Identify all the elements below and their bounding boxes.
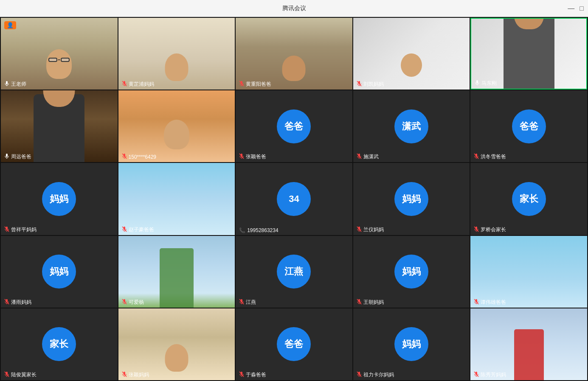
maximize-button[interactable]: □ [580,5,584,12]
mic-icon [239,299,244,306]
participant-name-bar: 施潇武 [353,151,470,162]
mic-icon [475,80,480,87]
participant-name-bar: 张颖妈妈 [118,370,235,380]
participant-cell[interactable]: 可爱杨 [118,236,235,308]
participant-name: 洪冬雪爸爸 [481,153,506,160]
participant-name: 周远爸爸 [11,153,31,160]
mic-icon: 📞 [239,227,245,233]
mic-icon [4,226,9,233]
mic-icon [122,153,127,160]
mic-icon [122,299,127,306]
participant-name: 江燕 [246,299,256,306]
participant-avatar: 妈妈 [42,182,76,216]
participant-cell[interactable]: 黄重阳爸爸 [236,18,352,90]
participant-name-bar: 周远爸爸 [1,151,118,162]
participant-cell[interactable]: 黄芷浦妈妈 [118,18,235,90]
mic-icon [474,371,479,378]
participant-name: 赵子豪爸爸 [129,226,154,233]
participant-name: 可爱杨 [129,299,144,306]
participant-cell[interactable]: 爸爸张颖爸爸 [236,90,352,162]
participant-cell[interactable]: 刘凯妈妈 [353,18,470,90]
participant-cell[interactable]: 妈妈曾祥平妈妈 [1,163,118,235]
participant-cell[interactable]: 家长罗桥会家长 [470,163,587,235]
participant-cell[interactable]: 马东刚 [470,18,587,90]
participant-avatar: 爸爸 [277,327,311,361]
participant-cell[interactable]: 周远爸爸 [1,90,118,162]
participant-name-bar: 赵子豪爸爸 [118,224,235,235]
participant-avatar: 妈妈 [394,327,428,361]
participant-name: 陆俊翼家长 [11,371,37,378]
participant-name-bar: 王朝妈妈 [353,297,470,308]
mic-icon [122,371,127,378]
participant-name: 祖力卡尔妈妈 [363,371,394,378]
mic-icon [357,226,362,233]
participant-name-bar: 张颖爸爸 [236,151,352,162]
participant-name-bar: 于淼爸爸 [236,370,352,380]
participant-avatar: 家长 [512,182,546,216]
participant-name: 曾祥平妈妈 [11,226,37,233]
participant-cell[interactable]: 34📞19952863234 [236,163,352,235]
participant-name-bar: 马东刚 [471,78,586,89]
participant-cell[interactable]: 爸爸于淼爸爸 [236,308,352,380]
participant-name-bar: 📞19952863234 [236,226,352,235]
mic-icon [357,81,362,88]
participant-name-bar: 陆俊翼家长 [1,370,118,380]
participant-cell[interactable]: 谭伟雄爸爸 [470,236,587,308]
participant-name-bar: 刘凯妈妈 [353,79,470,90]
participant-name: 马东刚 [481,80,497,87]
mic-icon [4,299,9,306]
participant-avatar: 34 [277,182,311,216]
minimize-button[interactable]: — [568,5,574,12]
participant-cell[interactable]: 妈妈祖力卡尔妈妈 [353,308,470,380]
participant-cell[interactable]: 陈秀芳妈妈 [470,308,587,380]
participant-name: 19952863234 [247,227,278,233]
participant-cell[interactable]: 家长陆俊翼家长 [1,308,118,380]
participant-name: 陈秀芳妈妈 [481,371,506,378]
participant-cell[interactable]: 妈妈兰仪妈妈 [353,163,470,235]
participant-cell[interactable]: 江燕江燕 [236,236,352,308]
participant-name-bar: 兰仪妈妈 [353,224,470,235]
participant-cell[interactable]: 妈妈潘雨妈妈 [1,236,118,308]
participant-name-bar: 江燕 [236,297,352,308]
participant-name-bar: 祖力卡尔妈妈 [353,370,470,380]
participant-name: 罗桥会家长 [481,226,506,233]
participant-name-bar: 谭伟雄爸爸 [470,297,587,308]
mic-icon [357,153,362,160]
participant-avatar: 妈妈 [394,255,428,289]
participant-name: 刘凯妈妈 [363,81,384,88]
participant-cell[interactable]: 妈妈王朝妈妈 [353,236,470,308]
participant-name: 兰仪妈妈 [363,226,384,233]
participant-cell[interactable]: 王老师👤 [1,18,118,90]
mic-icon [122,81,127,88]
participant-name: 王老师 [11,81,26,88]
participant-cell[interactable]: 潇武施潇武 [353,90,470,162]
participant-avatar: 潇武 [394,109,428,143]
participant-cell[interactable]: 张颖妈妈 [118,308,235,380]
titlebar: 腾讯会议 — □ [0,0,588,17]
participant-avatar: 爸爸 [277,109,311,143]
participant-avatar: 家长 [42,327,76,361]
participant-cell[interactable]: 爸爸洪冬雪爸爸 [470,90,587,162]
participant-avatar: 妈妈 [394,182,428,216]
participant-name-bar: 黄重阳爸爸 [236,79,352,90]
participant-name-bar: 可爱杨 [118,297,235,308]
mic-icon [239,153,244,160]
participant-name: 谭伟雄爸爸 [481,299,506,306]
participant-name-bar: 陈秀芳妈妈 [470,370,587,380]
mic-icon [357,371,362,378]
mic-icon [474,299,479,306]
participant-name: 张颖妈妈 [129,371,149,378]
app-title: 腾讯会议 [282,5,306,12]
participant-cell[interactable]: 赵子豪爸爸 [118,163,235,235]
mic-icon [239,81,244,88]
mic-icon [239,371,244,378]
participant-name: 潘雨妈妈 [11,299,31,306]
participant-name: 施潇武 [363,153,379,160]
participant-name-bar: 王老师 [1,79,118,90]
participant-avatar: 爸爸 [512,109,546,143]
mic-icon [4,371,9,378]
participant-name: 黄芷浦妈妈 [129,81,154,88]
participant-cell[interactable]: 150****6429 [118,90,235,162]
participant-name: 张颖爸爸 [246,153,266,160]
mic-icon [4,153,9,160]
